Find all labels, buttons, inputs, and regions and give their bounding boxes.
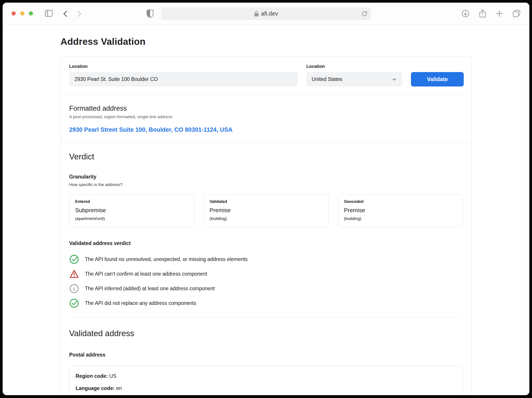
verdict-item: The API can't confirm at least one addre… [69, 269, 463, 279]
postal-address-heading: Postal address [69, 352, 463, 358]
postal-row-language: Language code: en [76, 385, 457, 391]
validated-address-verdict-heading: Validated address verdict [69, 240, 463, 246]
verdict-item: The API found no unresolved, unexpected,… [69, 254, 463, 264]
granularity-subtitle: How specific is the address? [69, 182, 463, 187]
forward-button-icon[interactable] [76, 10, 82, 18]
new-tab-icon[interactable] [496, 10, 503, 17]
info-circle-icon [69, 284, 79, 294]
zoom-window-button[interactable] [29, 11, 33, 16]
postal-row-label: Region code: [76, 373, 108, 379]
page-title: Address Validation [61, 36, 472, 47]
postal-row-value: US [109, 373, 116, 379]
check-circle-icon [69, 298, 79, 308]
postal-address-card: Region code: US Language code: en [69, 366, 463, 395]
formatted-address-section: Formatted address A post-processed, regi… [61, 96, 471, 142]
traffic-lights [12, 11, 33, 16]
page-content: Address Validation Location Location Uni… [3, 25, 529, 395]
verdict-section: Verdict Granularity How specific is the … [61, 142, 471, 395]
chevron-down-icon [392, 77, 397, 82]
validate-button[interactable]: Validate [411, 72, 464, 86]
verdict-item-text: The API inferred (added) at least one ad… [85, 286, 215, 292]
card-label: Validated [209, 199, 323, 204]
postal-row-region: Region code: US [76, 373, 457, 379]
back-button-icon[interactable] [63, 10, 68, 18]
card-value: Premise [209, 207, 323, 214]
postal-row-label: Language code: [76, 385, 115, 391]
tab-overview-icon[interactable] [513, 10, 520, 18]
verdict-item-text: The API can't confirm at least one addre… [85, 271, 207, 277]
minimize-window-button[interactable] [20, 11, 24, 16]
card-caption: (apartment/unit) [75, 216, 188, 221]
country-label: Location [306, 64, 402, 69]
share-icon[interactable] [479, 9, 486, 18]
sidebar-toggle-icon[interactable] [45, 10, 53, 17]
location-form: Location Location United States [61, 57, 471, 96]
granularity-card-validated: Validated Premise (building) [203, 194, 329, 227]
location-input[interactable] [69, 72, 298, 86]
check-circle-icon [69, 254, 79, 264]
card-caption: (building) [344, 216, 457, 221]
verdict-item: The API did not replace any address comp… [69, 298, 463, 308]
postal-row-value: en [116, 385, 122, 391]
close-window-button[interactable] [12, 11, 16, 16]
privacy-shield-icon[interactable] [146, 9, 154, 18]
formatted-address-heading: Formatted address [69, 104, 463, 112]
main-card: Location Location United States [61, 56, 472, 395]
granularity-heading: Granularity [69, 174, 463, 180]
country-select[interactable]: United States [306, 72, 402, 86]
verdict-list: The API found no unresolved, unexpected,… [69, 254, 463, 308]
card-label: Entered [75, 199, 188, 204]
reload-icon[interactable] [361, 11, 367, 17]
browser-window: afi.dev [3, 3, 529, 395]
downloads-icon[interactable] [462, 10, 469, 18]
formatted-address-subtitle: A post-processed, region-formatted, sing… [69, 114, 463, 119]
verdict-item: The API inferred (added) at least one ad… [69, 284, 463, 294]
country-select-value: United States [312, 76, 342, 82]
granularity-card-entered: Entered Subpremise (apartment/unit) [69, 194, 194, 227]
toolbar-right-icons [462, 9, 520, 18]
browser-toolbar: afi.dev [3, 3, 529, 25]
url-text: afi.dev [261, 10, 278, 17]
verdict-item-text: The API found no unresolved, unexpected,… [85, 256, 248, 262]
card-caption: (building) [209, 216, 323, 221]
section-divider [69, 317, 463, 317]
warning-triangle-icon [69, 269, 79, 279]
formatted-address-link[interactable]: 2930 Pearl Street Suite 100, Boulder, CO… [69, 126, 233, 133]
granularity-card-geocoded: Geocoded Premise (building) [338, 194, 463, 227]
verdict-heading: Verdict [69, 152, 463, 161]
verdict-item-text: The API did not replace any address comp… [85, 300, 196, 306]
card-value: Subpremise [75, 207, 188, 214]
card-value: Premise [344, 207, 457, 214]
address-bar[interactable]: afi.dev [161, 7, 371, 20]
card-label: Geocoded [344, 199, 457, 204]
location-label: Location [69, 64, 298, 69]
granularity-cards: Entered Subpremise (apartment/unit) Vali… [69, 194, 463, 227]
validated-address-heading: Validated address [69, 329, 463, 338]
lock-icon [254, 11, 259, 17]
